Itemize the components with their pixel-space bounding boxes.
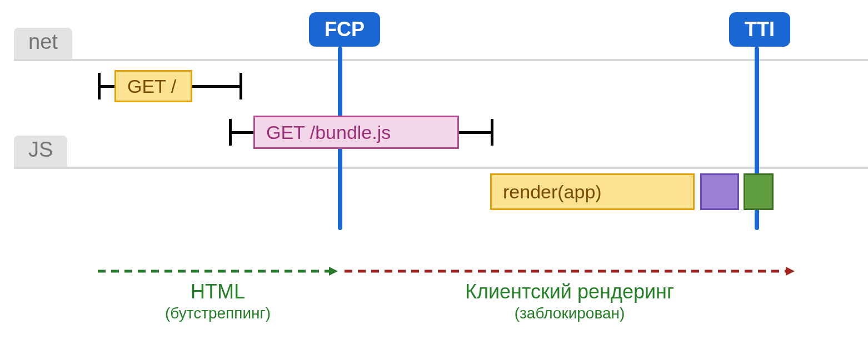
- phase-subtitle-client: (заблокирован): [345, 305, 795, 322]
- lane-label-js: JS: [14, 136, 67, 167]
- block-js-green: [744, 173, 774, 210]
- lane-divider-js: [14, 167, 868, 169]
- whisker-cap-get-root-start: [98, 73, 101, 99]
- phase-arrow-client: [345, 266, 795, 277]
- whisker-cap-get-bundle-start: [229, 119, 232, 146]
- phase-arrow-html: [98, 266, 338, 277]
- lane-label-net: net: [14, 28, 72, 59]
- lane-divider-net: [14, 59, 868, 61]
- block-get-root: GET /: [114, 70, 192, 102]
- block-label: GET /bundle.js: [266, 122, 391, 143]
- whisker-cap-get-root-end: [240, 73, 242, 99]
- svg-marker-3: [786, 267, 795, 276]
- svg-marker-1: [329, 267, 338, 276]
- marker-tab-tti: TTI: [729, 12, 790, 47]
- block-js-purple: [700, 173, 739, 210]
- block-render-app: render(app): [490, 173, 695, 210]
- phase-title-client: Клиентский рендеринг: [345, 280, 795, 303]
- block-label: GET /: [127, 76, 176, 97]
- phase-subtitle-html: (бутстреппинг): [98, 305, 338, 322]
- block-label: render(app): [503, 181, 602, 203]
- block-get-bundle: GET /bundle.js: [253, 116, 459, 149]
- marker-tab-fcp: FCP: [309, 12, 380, 47]
- whisker-cap-get-bundle-end: [491, 119, 493, 146]
- phase-title-html: HTML: [98, 280, 338, 303]
- timeline-diagram: net JS FCP TTI GET / GET /bundle.js rend…: [0, 0, 868, 349]
